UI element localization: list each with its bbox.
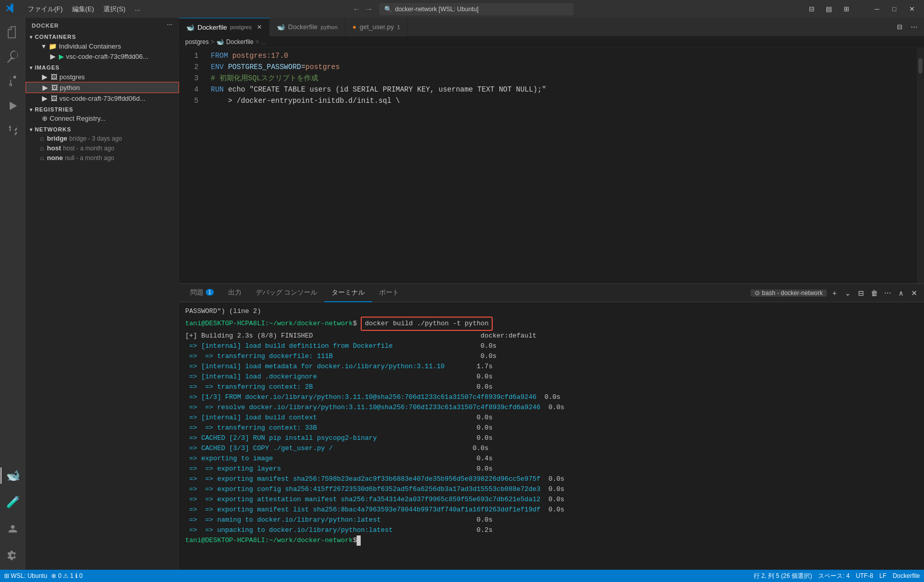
network-bridge-detail: bridge - 3 days ago: [70, 135, 122, 142]
status-left: ⊞ WSL: Ubuntu ⊗ 0 ⚠ 1 ℹ 0: [4, 572, 82, 579]
warning-icon: ⚠: [63, 572, 69, 579]
terminal-line-5: => [internal] load .dockerignore 0.0s: [185, 372, 918, 382]
terminal-line-prompt: tani@DESKTOP-HCPA8LI:~/work/docker-netwo…: [185, 317, 918, 331]
titlebar: ファイル(F) 編集(E) 選択(S) ... ← → 🔍 docker-net…: [0, 0, 924, 18]
terminal-prompt-green-2: tani@DESKTOP-HCPA8LI:~/work/docker-netwo…: [185, 535, 353, 546]
editor-scrollbar[interactable]: [917, 48, 924, 283]
search-bar[interactable]: 🔍 docker-network [WSL: Ubuntu]: [379, 3, 574, 15]
sidebar-header: DOCKER ⋯: [26, 18, 179, 33]
wsl-label: WSL: Ubuntu: [11, 572, 47, 579]
tab-close-1[interactable]: ✕: [257, 24, 262, 31]
terminal-text-13: => exporting to image: [185, 454, 477, 464]
individual-containers-item[interactable]: ▾ 📁 Individual Containers: [26, 41, 179, 51]
network-host[interactable]: ⌂ host host - a month ago: [26, 143, 179, 153]
close-btn[interactable]: ✕: [905, 4, 919, 15]
wsl-indicator[interactable]: ⊞ WSL: Ubuntu: [4, 572, 47, 579]
new-terminal-btn[interactable]: +: [829, 287, 840, 299]
tab-dockerfile-postgres[interactable]: 🐋 Dockerfile postgres ✕: [179, 18, 270, 36]
panel-tab-debug[interactable]: デバッグ コンソール: [249, 284, 325, 302]
code-editor: 1 2 3 4 5 FROM postgres:17.0 ENV POSTGRE…: [179, 48, 924, 283]
toggle-panel-btn[interactable]: ▤: [822, 4, 836, 15]
terminal-text-18: => => exporting manifest list sha256:8ba…: [185, 505, 548, 515]
split-terminal-btn[interactable]: ⌄: [842, 287, 853, 299]
terminal-line-19: => => naming to docker.io/library/python…: [185, 515, 918, 525]
panel-more-btn[interactable]: ⋯: [882, 287, 893, 299]
images-chevron: ▾: [30, 65, 33, 71]
activity-settings[interactable]: [1, 543, 25, 568]
activity-source-control[interactable]: [1, 69, 25, 94]
breadcrumb-dockerfile[interactable]: Dockerfile: [226, 38, 253, 46]
activity-explorer[interactable]: [1, 20, 25, 44]
split-editor-btn[interactable]: ⊟: [804, 4, 819, 15]
terminal-text-8: => => resolve docker.io/library/python:3…: [185, 402, 548, 413]
network-none-detail: null - a month ago: [65, 154, 114, 162]
activity-accounts[interactable]: [1, 517, 25, 541]
error-icon: ⊗: [51, 572, 56, 579]
expand-icon: ▾: [42, 42, 46, 50]
tab-more-actions[interactable]: ⋯: [908, 21, 920, 33]
breadcrumb-more[interactable]: ...: [261, 38, 266, 46]
breadcrumb: postgres > 🐋 Dockerfile > ...: [179, 36, 924, 48]
menu-edit[interactable]: 編集(E): [68, 4, 98, 15]
activity-search[interactable]: [1, 44, 25, 69]
menu-more[interactable]: ...: [130, 4, 144, 15]
tab-docker-icon-2: 🐋: [277, 23, 285, 31]
image-python[interactable]: ▶ 🖼 python: [26, 82, 179, 93]
cursor-position[interactable]: 行 2, 列 5 (26 個選択): [754, 572, 812, 580]
maximize-btn[interactable]: □: [887, 4, 901, 15]
image-vsc[interactable]: ▶ 🖼 vsc-code-craft-73c9ffdd06d...: [26, 93, 179, 103]
terminal-text-20: => => unpacking to docker.io/library/pyt…: [185, 525, 477, 535]
network-bridge[interactable]: ⌂ bridge bridge - 3 days ago: [26, 133, 179, 143]
panel-tab-output[interactable]: 出力: [221, 284, 249, 302]
terminal-line-17: => => exporting attestation manifest sha…: [185, 495, 918, 505]
tab-dockerfile-python[interactable]: 🐋 Dockerfile python: [270, 18, 345, 36]
split-editor-right[interactable]: ⊟: [893, 21, 906, 33]
tab-label-2: Dockerfile: [288, 23, 318, 31]
image-postgres[interactable]: ▶ 🖼 postgres: [26, 72, 179, 82]
nav-arrows: ← →: [350, 5, 375, 14]
terminal-text-17: => => exporting attestation manifest sha…: [185, 495, 548, 505]
terminal-content[interactable]: PASSWORD") (line 2) tani@DESKTOP-HCPA8LI…: [179, 302, 924, 570]
tab-get-user-py[interactable]: ● get_user.py 1: [345, 18, 408, 36]
breadcrumb-postgres[interactable]: postgres: [185, 38, 209, 46]
panel-chevron-up[interactable]: ∧: [895, 287, 907, 299]
networks-header[interactable]: ▾ NETWORKS: [26, 125, 179, 133]
indentation[interactable]: スペース: 4: [818, 572, 849, 580]
tab-dot-icon: ●: [353, 23, 357, 31]
line-ending[interactable]: LF: [879, 572, 887, 579]
code-lines[interactable]: FROM postgres:17.0 ENV POSTGRES_PASSWORD…: [205, 48, 917, 283]
connect-registry-item[interactable]: ⊕ Connect Registry...: [26, 114, 179, 123]
activity-run-debug[interactable]: [1, 94, 25, 118]
panel-tab-ports[interactable]: ポート: [372, 284, 406, 302]
maximize-panel-btn[interactable]: ⊟: [855, 287, 867, 299]
activity-flask[interactable]: 🧪: [1, 490, 25, 514]
menu-file[interactable]: ファイル(F): [24, 4, 67, 15]
sidebar-more-icon[interactable]: ⋯: [167, 22, 173, 29]
language-mode[interactable]: Dockerfile: [893, 572, 920, 579]
image-expand-icon: ▶: [42, 73, 48, 81]
errors-indicator[interactable]: ⊗ 0 ⚠ 1 ℹ 0: [51, 572, 82, 579]
network-none[interactable]: ⌂ none null - a month ago: [26, 153, 179, 163]
customize-layout-btn[interactable]: ⊞: [839, 4, 853, 15]
encoding[interactable]: UTF-8: [856, 572, 873, 579]
panel: 問題 1 出力 デバッグ コンソール ターミナル ポート ⊙: [179, 283, 924, 570]
containers-header[interactable]: ▾ CONTAINERS: [26, 33, 179, 41]
forward-arrow[interactable]: →: [363, 5, 375, 14]
panel-close-btn[interactable]: ✕: [909, 287, 920, 299]
images-header[interactable]: ▾ IMAGES: [26, 63, 179, 72]
back-arrow[interactable]: ←: [350, 5, 363, 14]
shell-icon: ⊙: [755, 289, 760, 297]
container-item-vsc[interactable]: ▶ ▶ vsc-code-craft-73c9ffdd06...: [26, 51, 179, 61]
panel-tab-terminal[interactable]: ターミナル: [324, 284, 372, 302]
terminal-line-9: => [internal] load build context 0.0s: [185, 413, 918, 423]
activity-docker[interactable]: 🐋: [1, 463, 25, 488]
kill-terminal-btn[interactable]: 🗑: [869, 287, 880, 299]
minimize-btn[interactable]: ─: [870, 4, 884, 15]
panel-tab-problems[interactable]: 問題 1: [183, 284, 221, 302]
registries-header[interactable]: ▾ REGISTRIES: [26, 105, 179, 114]
panel-tab-ports-label: ポート: [379, 288, 399, 297]
activity-extensions[interactable]: [1, 118, 25, 143]
menu-select[interactable]: 選択(S): [99, 4, 129, 15]
tab-label-1: Dockerfile: [197, 24, 227, 31]
line-ending-label: LF: [879, 572, 887, 579]
